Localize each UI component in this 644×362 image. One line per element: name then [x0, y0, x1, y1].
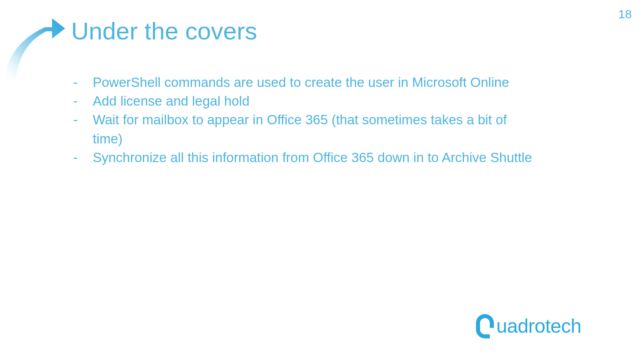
- bullet-text: Add license and legal hold: [93, 92, 537, 111]
- bullet-text: Wait for mailbox to appear in Office 365…: [93, 111, 537, 148]
- bullet-dash-icon: -: [73, 111, 93, 129]
- list-item: - Wait for mailbox to appear in Office 3…: [73, 111, 537, 148]
- list-item: - PowerShell commands are used to create…: [73, 73, 537, 92]
- page-number: 18: [618, 7, 632, 21]
- list-item: - Synchronize all this information from …: [73, 148, 537, 167]
- bullet-dash-icon: -: [73, 92, 93, 111]
- bullet-dash-icon: -: [73, 148, 93, 167]
- bullet-dash-icon: -: [73, 73, 93, 92]
- company-logo: uadrotech: [475, 310, 616, 342]
- corner-swoosh-icon: [0, 14, 67, 83]
- slide-title: Under the covers: [71, 17, 257, 45]
- list-item: - Add license and legal hold: [73, 92, 537, 111]
- logo-text: uadrotech: [496, 315, 581, 337]
- bullet-text: Synchronize all this information from Of…: [93, 148, 537, 167]
- bullet-list: - PowerShell commands are used to create…: [73, 73, 537, 167]
- bullet-text: PowerShell commands are used to create t…: [93, 73, 537, 92]
